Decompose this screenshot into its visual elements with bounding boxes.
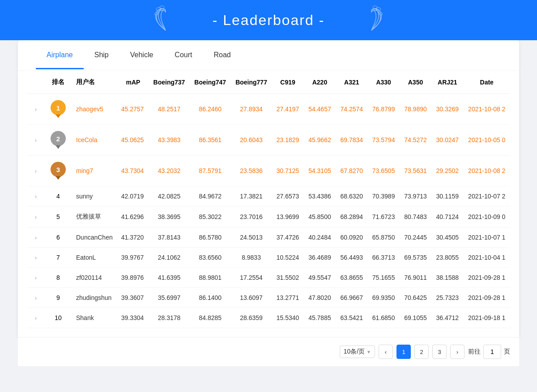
page-next-btn[interactable]: ›	[450, 345, 465, 359]
a350-cell: 69.1055	[400, 308, 431, 328]
map-cell: 41.6296	[118, 207, 149, 228]
row-expand-arrow[interactable]: ›	[27, 288, 45, 308]
a321-cell: 56.4493	[336, 248, 367, 268]
table-row[interactable]: ›9zhudingshun39.360735.699786.140013.609…	[27, 288, 510, 308]
username-cell: zhudingshun	[72, 288, 118, 308]
a321-cell: 63.8655	[336, 268, 367, 288]
row-expand-arrow[interactable]: ›	[27, 268, 45, 288]
username-cell: DuncanChen	[72, 228, 118, 248]
boeing747-cell: 86.5780	[190, 228, 231, 248]
page-goto: 前往 页	[468, 345, 510, 359]
table-row[interactable]: ›4sunny42.071942.082584.967217.382127.65…	[27, 186, 510, 207]
col-a220: A220	[304, 71, 336, 94]
boeing737-cell: 38.3695	[149, 207, 190, 228]
row-expand-arrow[interactable]: ›	[27, 156, 45, 186]
tab-airplane[interactable]: Airplane	[36, 42, 84, 69]
page-label: 页	[504, 348, 510, 356]
arj21-cell: 30.1159	[431, 186, 463, 207]
table-row[interactable]: ›6DuncanChen41.372037.814386.578024.5013…	[27, 228, 510, 248]
table-header-row: 排名 用户名 mAP Boeing737 Boeing747 Boeing777…	[27, 71, 510, 94]
goto-input[interactable]	[483, 345, 501, 359]
a350-cell: 73.9713	[400, 186, 431, 207]
col-a330: A330	[367, 71, 399, 94]
page-2-btn[interactable]: 2	[414, 345, 429, 359]
tab-court[interactable]: Court	[164, 42, 203, 69]
svg-point-5	[373, 6, 377, 8]
date-cell: 2021-10-04 1	[463, 248, 510, 268]
tab-road[interactable]: Road	[203, 42, 241, 69]
goto-label: 前往	[468, 348, 481, 356]
boeing737-cell: 35.6997	[149, 288, 190, 308]
username-cell: Shank	[72, 308, 118, 328]
row-expand-arrow[interactable]: ›	[27, 248, 45, 268]
boeing747-cell: 88.9801	[190, 268, 231, 288]
rank-cell: 1	[45, 94, 72, 125]
laurel-left-icon	[152, 4, 179, 37]
c919-cell: 13.2771	[272, 288, 303, 308]
a321-cell: 74.2574	[336, 94, 367, 125]
a321-cell: 67.8270	[336, 156, 367, 186]
row-expand-arrow[interactable]: ›	[27, 125, 45, 156]
a220-cell: 49.5547	[304, 268, 336, 288]
col-map: mAP	[118, 71, 149, 94]
a321-cell: 63.5421	[336, 308, 367, 328]
a330-cell: 70.3989	[367, 186, 399, 207]
c919-cell: 27.6573	[272, 186, 303, 207]
a330-cell: 75.1655	[367, 268, 399, 288]
arj21-cell: 30.4505	[431, 228, 463, 248]
boeing777-cell: 23.5836	[231, 156, 272, 186]
page-size-label: 10条/页	[344, 348, 365, 356]
tab-ship[interactable]: Ship	[84, 42, 119, 69]
table-row[interactable]: ›2IceCola45.062543.398386.356120.604323.…	[27, 125, 510, 156]
a350-cell: 73.5631	[400, 156, 431, 186]
a321-cell: 66.9667	[336, 288, 367, 308]
username-cell: IceCola	[72, 125, 118, 156]
map-cell: 41.3720	[118, 228, 149, 248]
a350-cell: 69.5735	[400, 248, 431, 268]
boeing747-cell: 83.6560	[190, 248, 231, 268]
page-3-btn[interactable]: 3	[432, 345, 447, 359]
arj21-cell: 36.4712	[431, 308, 463, 328]
table-row[interactable]: ›10Shank39.330428.317884.828528.635915.5…	[27, 308, 510, 328]
a220-cell: 45.7885	[304, 308, 336, 328]
row-expand-arrow[interactable]: ›	[27, 94, 45, 125]
arj21-cell: 30.3269	[431, 94, 463, 125]
map-cell: 45.2757	[118, 94, 149, 125]
a350-cell: 80.7483	[400, 207, 431, 228]
date-cell: 2021-09-28 1	[463, 288, 510, 308]
c919-cell: 13.9699	[272, 207, 303, 228]
page-size-select[interactable]: 10条/页 ▼	[340, 346, 375, 358]
date-cell: 2021-09-18 1	[463, 308, 510, 328]
page-prev-btn[interactable]: ‹	[379, 345, 393, 359]
col-a350: A350	[400, 71, 431, 94]
page-1-btn[interactable]: 1	[396, 345, 411, 359]
a330-cell: 71.6723	[367, 207, 399, 228]
map-cell: 42.0719	[118, 186, 149, 207]
arj21-cell: 25.7323	[431, 288, 463, 308]
arj21-cell: 23.8055	[431, 248, 463, 268]
map-cell: 39.3304	[118, 308, 149, 328]
a330-cell: 76.8799	[367, 94, 399, 125]
boeing737-cell: 37.8143	[149, 228, 190, 248]
map-cell: 39.3607	[118, 288, 149, 308]
boeing747-cell: 84.8285	[190, 308, 231, 328]
table-row[interactable]: ›5优雅拔草41.629638.369585.302223.701613.969…	[27, 207, 510, 228]
col-a321: A321	[336, 71, 367, 94]
username-cell: sunny	[72, 186, 118, 207]
table-row[interactable]: ›8zf02011439.897641.639588.980117.255431…	[27, 268, 510, 288]
row-expand-arrow[interactable]: ›	[27, 186, 45, 207]
a220-cell: 45.9662	[304, 125, 336, 156]
tab-vehicle[interactable]: Vehicle	[119, 42, 164, 69]
boeing737-cell: 41.6395	[149, 268, 190, 288]
table-row[interactable]: ›1zhaogev545.275748.251786.246027.893427…	[27, 94, 510, 125]
table-row[interactable]: ›7EatonL39.976724.106283.65608.983310.52…	[27, 248, 510, 268]
a350-cell: 70.2445	[400, 228, 431, 248]
map-cell: 39.8976	[118, 268, 149, 288]
row-expand-arrow[interactable]: ›	[27, 228, 45, 248]
row-expand-arrow[interactable]: ›	[27, 207, 45, 228]
table-row[interactable]: ›3ming743.730443.203287.579123.583630.71…	[27, 156, 510, 186]
boeing747-cell: 86.1400	[190, 288, 231, 308]
main-content: 排名 用户名 mAP Boeing737 Boeing747 Boeing777…	[18, 71, 519, 337]
map-cell: 43.7304	[118, 156, 149, 186]
row-expand-arrow[interactable]: ›	[27, 308, 45, 328]
